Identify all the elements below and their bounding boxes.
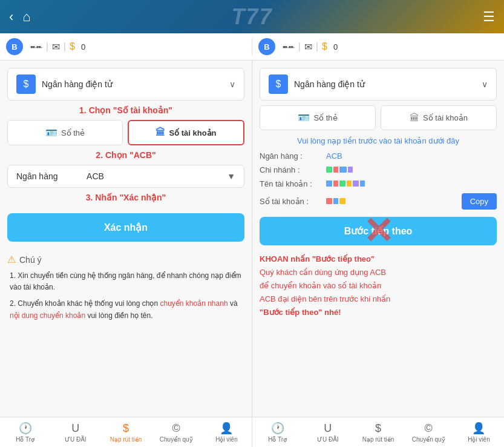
chi-nhanh-field-label: Chi nhánh : — [260, 165, 326, 174]
masked-id-right: ▪▪·▪▪· — [283, 42, 295, 51]
nav-item-ho-tro[interactable]: 🕐 Hỗ Trợ — [0, 417, 50, 447]
info-row-so-tk: Số tài khoản : Copy — [260, 193, 497, 210]
ngan-hang-field-label: Ngân hàng : — [260, 151, 326, 161]
uu-dai-icon-2: U — [324, 422, 332, 435]
bank-selector-label-left: Ngân hàng điện tử — [42, 79, 223, 89]
nav-item-uu-dai-2[interactable]: U ƯU ĐÃI — [303, 417, 353, 447]
confirm-button[interactable]: Xác nhận — [7, 213, 244, 242]
top-bar-left: B ▪▪·▪▪· | ✉ | $ 0 — [0, 38, 252, 55]
card-icon-left: 🪪 — [45, 127, 57, 139]
bottom-nav-left: 🕐 Hỗ Trợ U ƯU ĐÃI $ Nạp rút tiền © Chuyể… — [0, 417, 252, 447]
top-bar: B ▪▪·▪▪· | ✉ | $ 0 B ▪▪·▪▪· | ✉ | $ 0 — [0, 33, 504, 61]
bank-tab-icon-right: 🏛 — [410, 113, 419, 124]
note-link-2[interactable]: nội dung chuyển khoản — [10, 311, 85, 320]
note-item-2: 2. Chuyển khoản khác hệ thống vui lòng c… — [7, 298, 244, 321]
ten-tk-field-label: Tên tài khoản : — [260, 179, 326, 188]
chuyen-quy-icon-2: © — [425, 422, 433, 435]
nav-item-chuyen-quy-2[interactable]: © Chuyển quỹ — [404, 417, 454, 447]
avatar-left: B — [6, 38, 23, 55]
next-btn-wrapper: Bước tiếp theo ✕ — [260, 217, 497, 245]
avatar-right: B — [258, 38, 275, 55]
hoi-vien-icon: 👤 — [220, 422, 233, 435]
info-row-ten-tk: Tên tài khoản : — [260, 179, 497, 188]
info-row-ngan-hang: Ngân hàng : ACB — [260, 151, 497, 161]
chevron-down-icon-left: ▼ — [227, 171, 235, 181]
bottom-nav-right: 🕐 Hỗ Trợ U ƯU ĐÃI $ Nạp rút tiền © Chuyể… — [252, 417, 504, 447]
nav-item-nap-rut[interactable]: $ Nạp rút tiền — [100, 417, 151, 447]
masked-id-left: ▪▪·▪▪· — [30, 42, 42, 51]
main-content: $ Ngân hàng điện tử ∨ 1. Chọn "Số tài kh… — [0, 61, 504, 417]
nap-rut-icon: $ — [123, 422, 129, 435]
nav-item-hoi-vien-2[interactable]: 👤 Hội viên — [454, 417, 504, 447]
header: ‹ ⌂ T77 ☰ — [0, 0, 504, 33]
hoi-vien-icon-2: 👤 — [472, 422, 485, 435]
warning-triangle-icon: ⚠ — [7, 254, 16, 265]
ho-tro-icon-2: 🕐 — [271, 422, 284, 435]
tab-row-left: 🪪 Số thẻ 🏛 Số tài khoản — [7, 120, 244, 145]
ngan-hang-label-left: Ngân hàng — [16, 171, 87, 181]
instruction-3: 3. Nhấn "Xác nhận" — [7, 193, 244, 202]
nav-item-chuyen-quy[interactable]: © Chuyển quỹ — [151, 417, 201, 447]
ngan-hang-value-left: ACB — [87, 171, 227, 181]
nav-item-nap-rut-2[interactable]: $ Nạp rút tiền — [353, 417, 403, 447]
balance-left: 0 — [81, 42, 85, 51]
bottom-nav: 🕐 Hỗ Trợ U ƯU ĐÃI $ Nạp rút tiền © Chuyể… — [0, 417, 504, 447]
tab-so-tai-khoan-left[interactable]: 🏛 Số tài khoản — [128, 120, 244, 145]
tab-so-the-left[interactable]: 🪪 Số thẻ — [7, 120, 123, 145]
ho-tro-icon: 🕐 — [19, 422, 32, 435]
chevron-icon-left: ∨ — [229, 79, 235, 89]
note-item-1: 1. Xin chuyển tiền cùng hệ thống ngân hà… — [7, 270, 244, 293]
bank-selector-right[interactable]: $ Ngân hàng điện tử ∨ — [260, 68, 497, 101]
home-icon[interactable]: ⌂ — [22, 9, 30, 25]
balance-right: 0 — [333, 42, 338, 51]
so-tk-field-value — [326, 197, 457, 206]
nav-item-uu-dai[interactable]: U ƯU ĐÃI — [50, 417, 100, 447]
top-bar-right: B ▪▪·▪▪· | ✉ | $ 0 — [252, 38, 504, 55]
coin-icon-left[interactable]: $ — [70, 41, 75, 52]
mail-icon-left[interactable]: ✉ — [52, 41, 60, 53]
chu-y-text: Chú ý — [19, 255, 42, 265]
nav-item-ho-tro-2[interactable]: 🕐 Hỗ Trợ — [252, 417, 303, 447]
logo: T77 — [231, 4, 272, 30]
bank-tab-icon-left: 🏛 — [155, 127, 165, 138]
coin-icon-right[interactable]: $ — [322, 41, 327, 52]
tab-so-tai-khoan-right[interactable]: 🏛 Số tài khoản — [381, 105, 497, 130]
info-row-chi-nhanh: Chi nhánh : — [260, 165, 497, 174]
chi-nhanh-field-value — [326, 165, 497, 174]
note-link-1[interactable]: chuyển khoản nhanh — [160, 299, 227, 308]
note-list: 1. Xin chuyển tiền cùng hệ thống ngân hà… — [7, 270, 244, 322]
nav-item-hoi-vien[interactable]: 👤 Hội viên — [201, 417, 252, 447]
bank-selector-label-right: Ngân hàng điện tử — [294, 79, 476, 89]
bank-icon-left: $ — [16, 74, 36, 94]
ten-tk-field-value — [326, 179, 497, 188]
instruction-1: 1. Chọn "Số tài khoản" — [7, 105, 244, 115]
copy-button[interactable]: Copy — [462, 193, 497, 210]
card-icon-right: 🪪 — [298, 112, 310, 124]
bank-icon-right: $ — [269, 74, 288, 94]
info-notice: Vui lòng nạp tiền trước vào tài khoản dư… — [260, 136, 497, 145]
instruction-2: 2. Chọn "ACB" — [7, 150, 244, 160]
menu-icon[interactable]: ☰ — [483, 9, 495, 25]
tab-row-right: 🪪 Số thẻ 🏛 Số tài khoản — [260, 105, 497, 130]
warning-message: KHOAN nhấn "Bước tiếp theo" Quý khách cầ… — [260, 253, 497, 319]
nap-rut-icon-2: $ — [375, 422, 381, 435]
tab-so-the-right[interactable]: 🪪 Số thẻ — [260, 105, 376, 130]
ngan-hang-row-left[interactable]: Ngân hàng ACB ▼ — [7, 165, 244, 188]
uu-dai-icon: U — [71, 422, 79, 435]
left-panel: $ Ngân hàng điện tử ∨ 1. Chọn "Số tài kh… — [0, 61, 252, 417]
bank-selector-left[interactable]: $ Ngân hàng điện tử ∨ — [7, 68, 244, 101]
right-panel: $ Ngân hàng điện tử ∨ 🪪 Số thẻ 🏛 Số tài … — [252, 61, 504, 417]
next-step-button[interactable]: Bước tiếp theo — [260, 217, 497, 245]
chevron-icon-right: ∨ — [482, 79, 488, 89]
so-tk-field-label: Số tài khoản : — [260, 197, 326, 206]
chu-y-section: ⚠ Chú ý — [7, 254, 244, 265]
back-icon[interactable]: ‹ — [9, 9, 13, 25]
chuyen-quy-icon: © — [172, 422, 180, 435]
mail-icon-right[interactable]: ✉ — [304, 41, 312, 53]
ngan-hang-field-value: ACB — [326, 151, 497, 161]
